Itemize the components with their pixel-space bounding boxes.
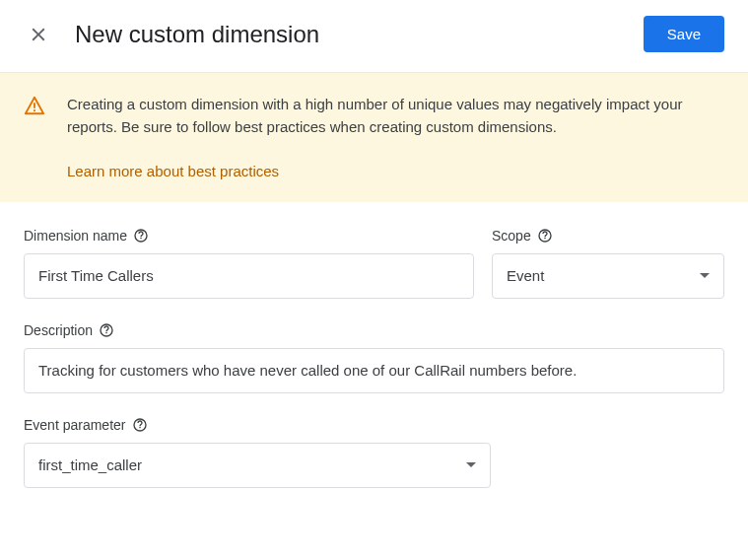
svg-rect-0 bbox=[34, 103, 35, 108]
dialog-header: New custom dimension Save bbox=[0, 0, 748, 73]
description-input[interactable] bbox=[24, 348, 724, 393]
dimension-name-label: Dimension name bbox=[24, 228, 474, 244]
save-button[interactable]: Save bbox=[644, 16, 724, 52]
warning-icon bbox=[24, 95, 45, 116]
help-icon[interactable] bbox=[132, 417, 148, 433]
description-label: Description bbox=[24, 322, 724, 338]
dimension-name-field: Dimension name bbox=[24, 228, 474, 299]
warning-alert: Creating a custom dimension with a high … bbox=[0, 73, 748, 202]
event-parameter-select[interactable]: first_time_caller bbox=[24, 443, 491, 488]
close-icon[interactable] bbox=[28, 24, 49, 45]
label-text: Scope bbox=[492, 228, 531, 244]
description-field: Description bbox=[24, 322, 724, 393]
label-text: Dimension name bbox=[24, 228, 127, 244]
svg-rect-1 bbox=[34, 109, 35, 111]
label-text: Event parameter bbox=[24, 417, 126, 433]
scope-value: Event bbox=[507, 267, 544, 284]
event-parameter-value: first_time_caller bbox=[38, 456, 142, 473]
event-parameter-label: Event parameter bbox=[24, 417, 491, 433]
dimension-name-input[interactable] bbox=[24, 253, 474, 299]
scope-label: Scope bbox=[492, 228, 724, 244]
label-text: Description bbox=[24, 322, 93, 338]
alert-text: Creating a custom dimension with a high … bbox=[67, 93, 724, 139]
help-icon[interactable] bbox=[99, 322, 114, 338]
page-title: New custom dimension bbox=[75, 21, 644, 48]
chevron-down-icon bbox=[700, 273, 710, 278]
event-parameter-field: Event parameter first_time_caller bbox=[24, 417, 491, 488]
form-area: Dimension name Scope Event Descr bbox=[0, 202, 748, 488]
chevron-down-icon bbox=[466, 462, 476, 467]
alert-content: Creating a custom dimension with a high … bbox=[67, 93, 724, 180]
help-icon[interactable] bbox=[133, 228, 149, 244]
learn-more-link[interactable]: Learn more about best practices bbox=[67, 163, 279, 179]
scope-field: Scope Event bbox=[492, 228, 724, 299]
help-icon[interactable] bbox=[537, 228, 553, 244]
scope-select[interactable]: Event bbox=[492, 253, 724, 299]
